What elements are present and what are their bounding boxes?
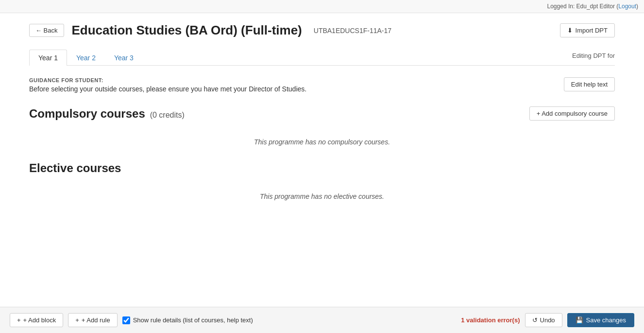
editing-info: Editing DPT for bbox=[572, 52, 615, 63]
logout-link[interactable]: Logout bbox=[618, 3, 636, 10]
tabs-row: Year 1 Year 2 Year 3 Editing DPT for bbox=[29, 50, 615, 66]
add-block-button[interactable]: + + Add block bbox=[10, 313, 63, 327]
add-compulsory-course-button[interactable]: + Add compulsory course bbox=[529, 106, 615, 121]
import-dpt-button[interactable]: ⬇ Import DPT bbox=[560, 23, 615, 37]
plus-icon-rule: + bbox=[75, 316, 79, 324]
plus-icon-block: + bbox=[17, 316, 21, 324]
elective-empty-message: This programme has no elective courses. bbox=[29, 183, 615, 216]
main-content: ← Back Education Studies (BA Ord) (Full-… bbox=[0, 13, 644, 226]
page-title: Education Studies (BA Ord) (Full-time) bbox=[72, 23, 302, 38]
tab-year2[interactable]: Year 2 bbox=[67, 50, 105, 66]
compulsory-credits: (0 credits) bbox=[150, 111, 185, 119]
compulsory-section-header: Compulsory courses (0 credits) + Add com… bbox=[29, 106, 615, 121]
compulsory-title: Compulsory courses bbox=[29, 107, 145, 120]
header-row: ← Back Education Studies (BA Ord) (Full-… bbox=[29, 23, 615, 38]
logout-suffix: ) bbox=[636, 3, 638, 10]
tab-year3[interactable]: Year 3 bbox=[105, 50, 143, 66]
undo-label: Undo bbox=[540, 316, 555, 324]
tab-year1[interactable]: Year 1 bbox=[29, 50, 67, 66]
save-icon: 💾 bbox=[576, 316, 583, 324]
validation-error-text: 1 validation error(s) bbox=[461, 316, 520, 324]
elective-section-header: Elective courses bbox=[29, 161, 615, 175]
show-rule-details-text: Show rule details (list of courses, help… bbox=[133, 316, 253, 324]
course-code: UTBA1EDUCS1F-11A-17 bbox=[314, 27, 391, 35]
save-changes-label: Save changes bbox=[586, 316, 626, 324]
logged-in-text: Logged In: Edu_dpt Editor ( bbox=[547, 3, 619, 10]
guidance-text-block: GUIDANCE FOR STUDENT: Before selecting y… bbox=[29, 77, 554, 93]
show-rule-details-checkbox[interactable] bbox=[122, 316, 130, 324]
undo-icon: ↺ bbox=[532, 316, 538, 324]
compulsory-empty-message: This programme has no compulsory courses… bbox=[29, 128, 615, 161]
save-changes-button[interactable]: 💾 Save changes bbox=[567, 313, 634, 327]
guidance-label: GUIDANCE FOR STUDENT: bbox=[29, 77, 554, 83]
add-rule-label: + Add rule bbox=[82, 316, 110, 324]
guidance-text: Before selecting your outside courses, p… bbox=[29, 85, 554, 93]
back-button[interactable]: ← Back bbox=[29, 24, 64, 37]
download-icon: ⬇ bbox=[567, 27, 573, 34]
edit-help-text-button[interactable]: Edit help text bbox=[564, 77, 615, 91]
add-rule-button[interactable]: + + Add rule bbox=[68, 313, 118, 327]
bottom-toolbar: + + Add block + + Add rule Show rule det… bbox=[0, 307, 644, 333]
compulsory-title-group: Compulsory courses (0 credits) bbox=[29, 107, 185, 121]
add-block-label: + Add block bbox=[23, 316, 56, 324]
elective-title: Elective courses bbox=[29, 161, 121, 175]
import-dpt-label: Import DPT bbox=[576, 27, 608, 34]
guidance-section: GUIDANCE FOR STUDENT: Before selecting y… bbox=[29, 77, 615, 93]
show-rule-details-label[interactable]: Show rule details (list of courses, help… bbox=[122, 316, 253, 324]
elective-title-group: Elective courses bbox=[29, 161, 121, 175]
top-bar: Logged In: Edu_dpt Editor (Logout) bbox=[0, 0, 644, 13]
undo-button[interactable]: ↺ Undo bbox=[525, 313, 562, 327]
